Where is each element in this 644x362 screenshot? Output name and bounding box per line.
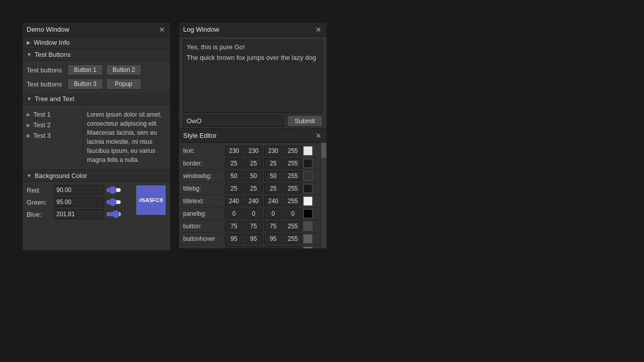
log-line-2: The quick brown fox jumps over the lazy … — [187, 53, 319, 63]
style-label-8: buttonfocus: — [183, 248, 223, 248]
style-label-7: buttonhover — [183, 235, 223, 242]
style-a-4[interactable] — [284, 196, 302, 206]
style-g-8[interactable] — [245, 246, 263, 248]
style-g-1[interactable] — [245, 158, 263, 168]
style-b-3[interactable] — [264, 184, 282, 194]
style-rows-container: text: border: windowbg: titlebg: — [179, 143, 320, 248]
popup-button[interactable]: Popup — [106, 78, 141, 89]
style-swatch-0 — [303, 146, 312, 155]
style-r-6[interactable] — [225, 221, 243, 231]
blue-label: Blue: — [27, 211, 52, 218]
tree-panel: ▶ Test 1 ▶ Test 2 ▶ Test 3 — [23, 107, 83, 167]
blue-slider[interactable] — [106, 212, 121, 217]
style-r-1[interactable] — [225, 158, 243, 168]
tree-item-test1-label: Test 1 — [33, 111, 51, 118]
style-r-4[interactable] — [225, 196, 243, 206]
style-a-0[interactable] — [284, 146, 302, 156]
style-row-7: buttonhover — [179, 233, 320, 245]
style-row-0: text: — [179, 145, 320, 157]
submit-button[interactable]: Submit — [287, 115, 323, 127]
button-1[interactable]: Button 1 — [67, 64, 103, 75]
style-editor-title-bar[interactable]: Style Editor ✕ — [179, 129, 327, 143]
window-info-label: Window Info — [34, 39, 70, 46]
window-info-header[interactable]: ▶ Window Info — [23, 37, 170, 49]
tree-and-text-header[interactable]: ▼ Tree and Text — [23, 93, 170, 105]
style-row-3: titlebg: — [179, 183, 320, 195]
scrollbar-thumb — [321, 143, 327, 158]
red-slider[interactable] — [106, 188, 121, 193]
style-a-3[interactable] — [284, 184, 302, 194]
style-g-7[interactable] — [245, 234, 263, 244]
style-g-5[interactable] — [245, 209, 263, 219]
style-g-4[interactable] — [245, 196, 263, 206]
style-g-6[interactable] — [245, 221, 263, 231]
style-label-1: border: — [183, 160, 223, 167]
tree-and-text-label: Tree and Text — [35, 95, 74, 103]
style-row-2: windowbg: — [179, 170, 320, 183]
background-color-collapse-icon: ▼ — [27, 173, 32, 178]
style-row-4: titletext: — [179, 195, 320, 208]
blue-input[interactable] — [54, 209, 104, 219]
style-swatch-3 — [303, 184, 312, 193]
style-g-0[interactable] — [245, 146, 263, 156]
style-r-0[interactable] — [225, 146, 243, 156]
style-a-8[interactable] — [284, 246, 302, 248]
button-row-2-label: Test buttons — [27, 80, 64, 88]
button-2[interactable]: Button 2 — [106, 64, 142, 75]
color-body: Red: Green: Blue: — [23, 182, 170, 224]
green-slider[interactable] — [106, 200, 121, 205]
style-g-2[interactable] — [245, 171, 263, 181]
style-b-0[interactable] — [264, 146, 282, 156]
demo-window-title-bar[interactable]: Demo Window ✕ — [23, 23, 170, 37]
tree-item-test1[interactable]: ▶ Test 1 — [23, 109, 83, 120]
style-r-3[interactable] — [225, 184, 243, 194]
style-r-5[interactable] — [225, 209, 243, 219]
style-a-6[interactable] — [284, 221, 302, 231]
style-swatch-7 — [303, 234, 312, 243]
style-r-2[interactable] — [225, 171, 243, 181]
style-editor-close-button[interactable]: ✕ — [314, 132, 323, 139]
tree-item-test3-label: Test 3 — [33, 132, 51, 139]
style-a-5[interactable] — [284, 209, 302, 219]
style-label-2: windowbg: — [183, 172, 223, 179]
style-g-3[interactable] — [245, 184, 263, 194]
style-b-5[interactable] — [264, 209, 282, 219]
style-b-2[interactable] — [264, 171, 282, 181]
style-label-0: text: — [183, 147, 223, 154]
tree-and-text-collapse-icon: ▼ — [27, 96, 32, 102]
log-line-1: Yes, this is pure Go! — [187, 42, 319, 53]
red-input[interactable] — [54, 185, 104, 195]
log-input-field[interactable] — [183, 115, 284, 127]
style-label-5: panelbg: — [183, 210, 223, 217]
green-row: Green: — [27, 197, 132, 207]
style-r-8[interactable] — [225, 246, 243, 248]
style-r-7[interactable] — [225, 234, 243, 244]
log-window-title-bar[interactable]: Log Window ✕ — [179, 23, 327, 37]
log-content: Yes, this is pure Go! The quick brown fo… — [179, 37, 327, 130]
log-input-row: Submit — [179, 115, 327, 130]
log-window-close-button[interactable]: ✕ — [314, 26, 323, 33]
style-b-4[interactable] — [264, 196, 282, 206]
tree-item-test3[interactable]: ▶ Test 3 — [23, 130, 83, 141]
button-3[interactable]: Button 3 — [67, 78, 103, 89]
test-buttons-header[interactable]: ▼ Test Buttons — [23, 49, 170, 61]
color-swatch: #5A5FC9 — [136, 185, 166, 215]
style-b-1[interactable] — [264, 158, 282, 168]
demo-window-close-button[interactable]: ✕ — [158, 26, 166, 33]
tree-item-test2[interactable]: ▶ Test 2 — [23, 120, 83, 130]
background-color-header[interactable]: ▼ Background Color — [23, 170, 170, 182]
test-buttons-label: Test Buttons — [35, 51, 71, 58]
style-b-8[interactable] — [264, 246, 282, 248]
style-a-7[interactable] — [284, 234, 302, 244]
style-b-7[interactable] — [264, 234, 282, 244]
style-editor-title: Style Editor — [183, 132, 216, 139]
log-window: Log Window ✕ Yes, this is pure Go! The q… — [179, 22, 327, 130]
body-text: Lorem ipsum dolor sit amet, consectetur … — [87, 111, 162, 163]
green-input[interactable] — [54, 197, 104, 207]
style-a-1[interactable] — [284, 158, 302, 168]
style-a-2[interactable] — [284, 171, 302, 181]
style-row-6: button: — [179, 220, 320, 233]
style-b-6[interactable] — [264, 221, 282, 231]
style-swatch-2 — [303, 171, 312, 180]
style-editor-scrollbar[interactable] — [320, 143, 327, 248]
